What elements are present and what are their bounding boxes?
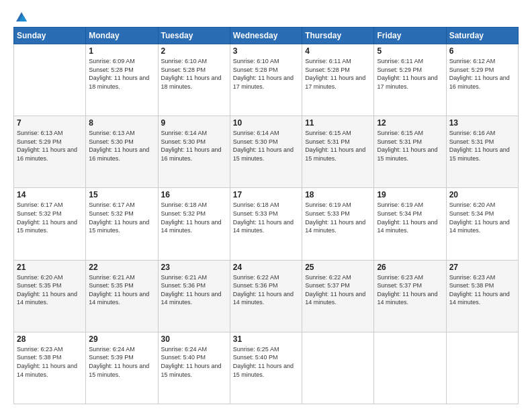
weekday-header: Friday <box>374 28 446 44</box>
calendar-cell: 25Sunrise: 6:22 AMSunset: 5:37 PMDayligh… <box>302 260 374 332</box>
cell-details: Sunrise: 6:13 AMSunset: 5:30 PMDaylight:… <box>89 129 154 163</box>
calendar-header-row: SundayMondayTuesdayWednesdayThursdayFrid… <box>14 28 519 44</box>
calendar-cell: 26Sunrise: 6:23 AMSunset: 5:37 PMDayligh… <box>374 260 446 332</box>
calendar-table: SundayMondayTuesdayWednesdayThursdayFrid… <box>13 27 519 404</box>
day-number: 23 <box>161 263 227 272</box>
calendar-week-row: 21Sunrise: 6:20 AMSunset: 5:35 PMDayligh… <box>14 260 519 332</box>
calendar-cell: 6Sunrise: 6:12 AMSunset: 5:29 PMDaylight… <box>446 44 518 116</box>
cell-details: Sunrise: 6:16 AMSunset: 5:31 PMDaylight:… <box>449 129 515 163</box>
calendar-cell: 24Sunrise: 6:22 AMSunset: 5:36 PMDayligh… <box>230 260 302 332</box>
calendar-cell: 13Sunrise: 6:16 AMSunset: 5:31 PMDayligh… <box>446 116 518 188</box>
cell-details: Sunrise: 6:10 AMSunset: 5:28 PMDaylight:… <box>161 57 227 91</box>
cell-details: Sunrise: 6:20 AMSunset: 5:35 PMDaylight:… <box>17 273 83 307</box>
day-number: 9 <box>161 118 227 128</box>
day-number: 11 <box>305 118 371 128</box>
calendar-cell: 9Sunrise: 6:14 AMSunset: 5:30 PMDaylight… <box>158 116 230 188</box>
weekday-header: Tuesday <box>158 28 230 44</box>
day-number: 20 <box>449 190 515 199</box>
calendar-cell: 29Sunrise: 6:24 AMSunset: 5:39 PMDayligh… <box>86 332 158 404</box>
day-number: 26 <box>377 263 443 272</box>
calendar-week-row: 7Sunrise: 6:13 AMSunset: 5:29 PMDaylight… <box>14 116 519 188</box>
day-number: 14 <box>17 190 83 199</box>
day-number: 25 <box>305 263 371 272</box>
header <box>13 12 519 21</box>
calendar-cell: 7Sunrise: 6:13 AMSunset: 5:29 PMDaylight… <box>14 116 86 188</box>
calendar-cell: 1Sunrise: 6:09 AMSunset: 5:28 PMDaylight… <box>86 44 158 116</box>
cell-details: Sunrise: 6:17 AMSunset: 5:32 PMDaylight:… <box>89 201 154 234</box>
weekday-header: Sunday <box>14 28 86 44</box>
day-number: 19 <box>377 190 443 199</box>
cell-details: Sunrise: 6:18 AMSunset: 5:32 PMDaylight:… <box>161 201 227 234</box>
day-number: 17 <box>233 190 299 199</box>
weekday-header: Thursday <box>302 28 374 44</box>
cell-details: Sunrise: 6:21 AMSunset: 5:36 PMDaylight:… <box>161 273 227 307</box>
cell-details: Sunrise: 6:15 AMSunset: 5:31 PMDaylight:… <box>377 129 443 163</box>
calendar-cell: 30Sunrise: 6:24 AMSunset: 5:40 PMDayligh… <box>158 332 230 404</box>
cell-details: Sunrise: 6:21 AMSunset: 5:35 PMDaylight:… <box>89 273 154 307</box>
calendar-cell: 17Sunrise: 6:18 AMSunset: 5:33 PMDayligh… <box>230 188 302 260</box>
day-number: 22 <box>89 263 154 272</box>
calendar-cell: 27Sunrise: 6:23 AMSunset: 5:38 PMDayligh… <box>446 260 518 332</box>
day-number: 8 <box>89 118 154 128</box>
cell-details: Sunrise: 6:20 AMSunset: 5:34 PMDaylight:… <box>449 201 515 234</box>
calendar-week-row: 28Sunrise: 6:23 AMSunset: 5:38 PMDayligh… <box>14 332 519 404</box>
weekday-header: Saturday <box>446 28 518 44</box>
calendar-cell <box>14 44 86 116</box>
day-number: 29 <box>89 334 154 344</box>
calendar-cell <box>374 332 446 404</box>
calendar-cell <box>302 332 374 404</box>
cell-details: Sunrise: 6:09 AMSunset: 5:28 PMDaylight:… <box>89 57 154 91</box>
day-number: 24 <box>233 263 299 272</box>
day-number: 7 <box>17 118 83 128</box>
cell-details: Sunrise: 6:23 AMSunset: 5:38 PMDaylight:… <box>17 345 83 379</box>
day-number: 13 <box>449 118 515 128</box>
cell-details: Sunrise: 6:14 AMSunset: 5:30 PMDaylight:… <box>233 129 299 163</box>
day-number: 28 <box>17 334 83 344</box>
calendar-cell: 14Sunrise: 6:17 AMSunset: 5:32 PMDayligh… <box>14 188 86 260</box>
day-number: 18 <box>305 190 371 199</box>
calendar-cell: 15Sunrise: 6:17 AMSunset: 5:32 PMDayligh… <box>86 188 158 260</box>
calendar-cell: 8Sunrise: 6:13 AMSunset: 5:30 PMDaylight… <box>86 116 158 188</box>
cell-details: Sunrise: 6:11 AMSunset: 5:28 PMDaylight:… <box>305 57 371 91</box>
calendar-week-row: 14Sunrise: 6:17 AMSunset: 5:32 PMDayligh… <box>14 188 519 260</box>
calendar-cell <box>446 332 518 404</box>
calendar-week-row: 1Sunrise: 6:09 AMSunset: 5:28 PMDaylight… <box>14 44 519 116</box>
cell-details: Sunrise: 6:25 AMSunset: 5:40 PMDaylight:… <box>233 345 299 379</box>
weekday-header: Monday <box>86 28 158 44</box>
cell-details: Sunrise: 6:12 AMSunset: 5:29 PMDaylight:… <box>449 57 515 91</box>
cell-details: Sunrise: 6:23 AMSunset: 5:38 PMDaylight:… <box>449 273 515 307</box>
calendar-cell: 22Sunrise: 6:21 AMSunset: 5:35 PMDayligh… <box>86 260 158 332</box>
day-number: 21 <box>17 263 83 272</box>
calendar-cell: 11Sunrise: 6:15 AMSunset: 5:31 PMDayligh… <box>302 116 374 188</box>
calendar-cell: 23Sunrise: 6:21 AMSunset: 5:36 PMDayligh… <box>158 260 230 332</box>
logo <box>13 12 28 21</box>
calendar-cell: 16Sunrise: 6:18 AMSunset: 5:32 PMDayligh… <box>158 188 230 260</box>
cell-details: Sunrise: 6:22 AMSunset: 5:36 PMDaylight:… <box>233 273 299 307</box>
calendar-cell: 2Sunrise: 6:10 AMSunset: 5:28 PMDaylight… <box>158 44 230 116</box>
day-number: 10 <box>233 118 299 128</box>
day-number: 5 <box>377 46 443 56</box>
cell-details: Sunrise: 6:24 AMSunset: 5:40 PMDaylight:… <box>161 345 227 379</box>
day-number: 31 <box>233 334 299 344</box>
cell-details: Sunrise: 6:10 AMSunset: 5:28 PMDaylight:… <box>233 57 299 91</box>
day-number: 2 <box>161 46 227 56</box>
calendar-cell: 12Sunrise: 6:15 AMSunset: 5:31 PMDayligh… <box>374 116 446 188</box>
page: SundayMondayTuesdayWednesdayThursdayFrid… <box>0 0 532 411</box>
day-number: 27 <box>449 263 515 272</box>
cell-details: Sunrise: 6:17 AMSunset: 5:32 PMDaylight:… <box>17 201 83 234</box>
calendar-cell: 10Sunrise: 6:14 AMSunset: 5:30 PMDayligh… <box>230 116 302 188</box>
cell-details: Sunrise: 6:13 AMSunset: 5:29 PMDaylight:… <box>17 129 83 163</box>
day-number: 12 <box>377 118 443 128</box>
day-number: 4 <box>305 46 371 56</box>
calendar-cell: 18Sunrise: 6:19 AMSunset: 5:33 PMDayligh… <box>302 188 374 260</box>
calendar-cell: 21Sunrise: 6:20 AMSunset: 5:35 PMDayligh… <box>14 260 86 332</box>
day-number: 6 <box>449 46 515 56</box>
calendar-cell: 28Sunrise: 6:23 AMSunset: 5:38 PMDayligh… <box>14 332 86 404</box>
weekday-header: Wednesday <box>230 28 302 44</box>
logo-icon <box>15 11 28 24</box>
cell-details: Sunrise: 6:14 AMSunset: 5:30 PMDaylight:… <box>161 129 227 163</box>
cell-details: Sunrise: 6:19 AMSunset: 5:33 PMDaylight:… <box>305 201 371 234</box>
calendar-cell: 4Sunrise: 6:11 AMSunset: 5:28 PMDaylight… <box>302 44 374 116</box>
day-number: 3 <box>233 46 299 56</box>
cell-details: Sunrise: 6:11 AMSunset: 5:29 PMDaylight:… <box>377 57 443 91</box>
